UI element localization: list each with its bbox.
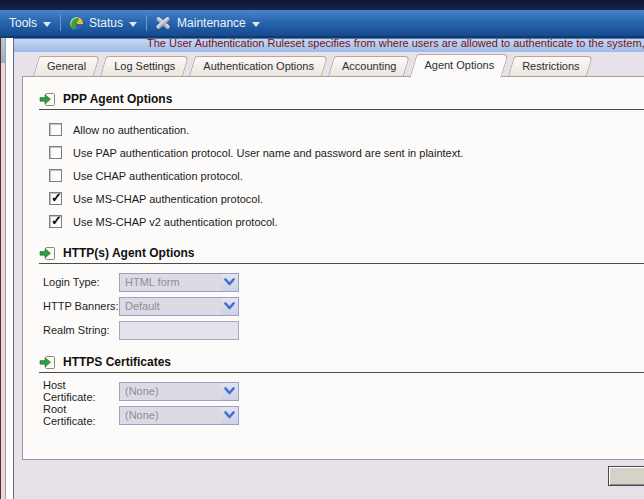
- field-label: Host Certificate:: [43, 379, 119, 403]
- chevron-down-icon: [43, 22, 51, 27]
- field-label: HTTP Banners:: [43, 300, 119, 312]
- tools-menu[interactable]: Tools: [0, 10, 60, 36]
- select-value: (None): [120, 385, 221, 397]
- tab-label: Restrictions: [522, 60, 579, 72]
- tab-label: Agent Options: [424, 59, 494, 71]
- tab-agent-options[interactable]: Agent Options: [413, 54, 505, 76]
- tab-bar: General Log Settings Authentication Opti…: [36, 56, 644, 76]
- page-arrow-icon: [39, 92, 56, 107]
- select-value: Default: [120, 300, 221, 312]
- checkbox-row-allow-no-auth: Allow no authentication.: [49, 118, 644, 141]
- checkbox-row-mschap: Use MS-CHAP authentication protocol.: [49, 187, 644, 210]
- status-globe-icon: [70, 17, 83, 30]
- checkbox-mschap[interactable]: [49, 192, 62, 205]
- checkbox-mschap-v2[interactable]: [49, 215, 62, 228]
- field-row-http-banners: HTTP Banners: Default: [39, 294, 644, 318]
- status-menu[interactable]: Status: [61, 10, 146, 36]
- http-banners-select[interactable]: Default: [119, 297, 239, 316]
- checkbox-label: Use PAP authentication protocol. User na…: [73, 147, 463, 159]
- field-row-host-certificate: Host Certificate: (None): [39, 379, 644, 403]
- checkbox-pap[interactable]: [49, 146, 62, 159]
- tab-accounting[interactable]: Accounting: [331, 56, 407, 76]
- field-row-realm-string: Realm String:: [39, 318, 644, 342]
- section-header-http: HTTP(s) Agent Options: [39, 245, 644, 264]
- ruleset-description: The User Authentication Ruleset specifie…: [147, 38, 644, 49]
- chevron-down-icon[interactable]: [221, 274, 238, 291]
- tab-log-settings[interactable]: Log Settings: [103, 56, 186, 76]
- maintenance-menu-label: Maintenance: [177, 16, 246, 30]
- field-row-root-certificate: Root Certificate: (None): [39, 403, 644, 427]
- realm-string-input[interactable]: [119, 321, 239, 340]
- tab-label: Authentication Options: [203, 60, 314, 72]
- page-arrow-icon: [39, 355, 56, 370]
- https-field-list: Host Certificate: (None) Root Certificat…: [39, 379, 644, 427]
- checkbox-row-mschap-v2: Use MS-CHAP v2 authentication protocol.: [49, 210, 644, 233]
- ppp-checkbox-list: Allow no authentication. Use PAP authent…: [49, 118, 644, 233]
- chevron-down-icon[interactable]: [221, 383, 238, 400]
- field-label: Root Certificate:: [43, 403, 119, 427]
- tab-authentication-options[interactable]: Authentication Options: [192, 56, 325, 76]
- select-value: (None): [120, 409, 221, 421]
- tab-label: Accounting: [342, 60, 396, 72]
- checkbox-label: Use MS-CHAP v2 authentication protocol.: [73, 216, 278, 228]
- tab-general[interactable]: General: [36, 56, 97, 76]
- chevron-down-icon[interactable]: [221, 407, 238, 424]
- tab-content-agent-options: PPP Agent Options Allow no authenticatio…: [22, 76, 644, 460]
- checkbox-label: Allow no authentication.: [73, 124, 189, 136]
- root-certificate-select[interactable]: (None): [119, 406, 239, 425]
- field-row-login-type: Login Type: HTML form: [39, 270, 644, 294]
- checkbox-row-pap: Use PAP authentication protocol. User na…: [49, 141, 644, 164]
- panel-body: General Log Settings Authentication Opti…: [14, 52, 644, 499]
- checkbox-chap[interactable]: [49, 169, 62, 182]
- chevron-down-icon: [129, 22, 137, 27]
- section-title: HTTPS Certificates: [63, 355, 171, 369]
- tools-menu-label: Tools: [9, 16, 37, 30]
- window-top-edge: [0, 0, 644, 10]
- field-label: Login Type:: [43, 276, 119, 288]
- main-toolbar: Tools Status Maintenance: [0, 10, 644, 38]
- section-title: HTTP(s) Agent Options: [63, 246, 195, 260]
- login-type-select[interactable]: HTML form: [119, 273, 239, 292]
- http-field-list: Login Type: HTML form HTTP Banners: Defa…: [39, 270, 644, 342]
- section-title: PPP Agent Options: [63, 92, 172, 106]
- section-header-https: HTTPS Certificates: [39, 354, 644, 373]
- checkbox-allow-no-auth[interactable]: [49, 123, 62, 136]
- checkbox-label: Use MS-CHAP authentication protocol.: [73, 193, 263, 205]
- tab-restrictions[interactable]: Restrictions: [511, 56, 590, 76]
- ok-button[interactable]: OK: [608, 466, 644, 486]
- wrench-tools-icon: [156, 16, 171, 30]
- select-value: HTML form: [120, 276, 221, 288]
- field-label: Realm String:: [43, 324, 119, 336]
- checkbox-label: Use CHAP authentication protocol.: [73, 170, 243, 182]
- background-page-fragment: [1, 38, 5, 63]
- description-banner: The User Authentication Ruleset specifie…: [14, 38, 644, 52]
- background-page-edge: [0, 38, 6, 499]
- host-certificate-select[interactable]: (None): [119, 382, 239, 401]
- tab-label: General: [47, 60, 86, 72]
- tab-label: Log Settings: [114, 60, 175, 72]
- chevron-down-icon[interactable]: [221, 298, 238, 315]
- maintenance-menu[interactable]: Maintenance: [147, 10, 269, 36]
- page-arrow-icon: [39, 246, 56, 261]
- checkbox-row-chap: Use CHAP authentication protocol.: [49, 164, 644, 187]
- status-menu-label: Status: [89, 16, 123, 30]
- chevron-down-icon: [252, 22, 260, 27]
- settings-panel: The User Authentication Ruleset specifie…: [13, 38, 644, 499]
- section-header-ppp: PPP Agent Options: [39, 91, 644, 110]
